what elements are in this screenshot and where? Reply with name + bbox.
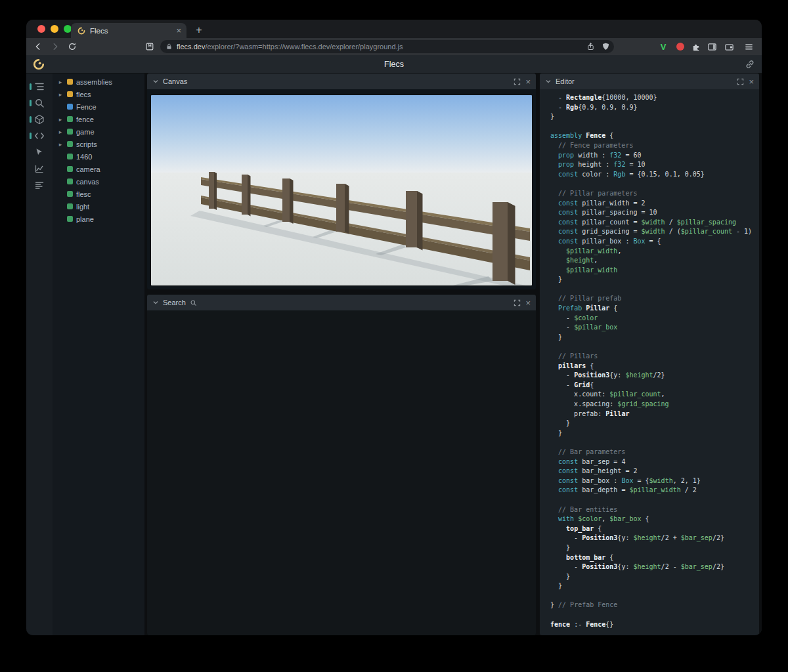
v-extension-icon[interactable]: V (657, 41, 669, 52)
link-icon[interactable] (745, 59, 755, 70)
entity-color-dot (67, 216, 73, 222)
expand-panel-icon[interactable] (512, 77, 521, 86)
minimize-window-button[interactable] (51, 25, 58, 33)
panel-title: Editor (556, 77, 575, 85)
3d-viewport[interactable] (150, 94, 533, 286)
tree-item[interactable]: ▸fence (53, 113, 144, 125)
tree-item[interactable]: plane (53, 213, 144, 225)
entity-label: scripts (76, 140, 97, 148)
main-area: ▸assemblies▸flecsFence▸fence▸game▸script… (26, 74, 762, 635)
tree-item[interactable]: ▸scripts (53, 138, 144, 150)
expand-arrow-icon[interactable]: ▸ (57, 129, 64, 135)
chevron-down-icon[interactable] (545, 78, 552, 85)
expand-arrow-icon[interactable]: ▸ (57, 116, 64, 123)
entity-color-dot (67, 116, 73, 122)
tab-close-icon[interactable]: × (176, 26, 181, 35)
side-panel-icon[interactable] (706, 41, 718, 52)
entity-label: assemblies (76, 78, 112, 86)
editor-code[interactable]: - Rectangle{10000, 10000} - Rgb{0.9, 0.9… (540, 89, 759, 629)
share-icon[interactable] (586, 42, 595, 51)
search-icon[interactable] (26, 94, 53, 111)
browser-tab[interactable]: Flecs × (71, 23, 186, 38)
chevron-down-icon[interactable] (152, 299, 159, 306)
search-results-empty (147, 310, 536, 635)
close-panel-icon[interactable]: × (525, 299, 531, 307)
tab-favicon (77, 27, 85, 35)
entity-label: Fence (76, 103, 97, 111)
address-bar[interactable]: flecs.dev/explorer/?wasm=https://www.fle… (160, 40, 614, 53)
url-domain: flecs.dev (177, 43, 205, 51)
chart-icon[interactable] (26, 160, 53, 177)
entity-color-dot (67, 141, 73, 147)
tree-item[interactable]: camera (53, 163, 144, 175)
entity-label: plane (76, 215, 94, 223)
back-button[interactable] (32, 41, 44, 52)
tab-title: Flecs (90, 27, 176, 35)
stats-rows-icon[interactable] (26, 177, 53, 193)
app-header: Flecs (26, 55, 762, 74)
tree-item[interactable]: flesc (53, 188, 144, 200)
url-text: flecs.dev/explorer/?wasm=https://www.fle… (177, 43, 403, 51)
forward-button[interactable] (49, 41, 61, 52)
panel-title: Canvas (163, 77, 187, 85)
entity-color-dot (67, 191, 73, 197)
tree-item[interactable]: ▸game (53, 125, 144, 138)
entity-label: game (76, 128, 95, 136)
search-icon (190, 299, 197, 306)
expand-panel-icon[interactable] (735, 77, 745, 86)
entity-tree-icon[interactable] (26, 78, 53, 94)
menu-icon[interactable] (743, 41, 755, 52)
page-title: Flecs (26, 55, 762, 74)
search-panel-header: Search × (147, 295, 536, 310)
chevron-down-icon[interactable] (152, 78, 159, 85)
tree-item[interactable]: ▸flecs (53, 88, 144, 100)
close-panel-icon[interactable]: × (749, 77, 754, 86)
browser-window: Flecs × + flecs.dev/explorer/?wasm=https… (26, 20, 762, 635)
tree-item[interactable]: canvas (53, 175, 144, 188)
entity-color-dot (67, 129, 73, 135)
entity-color-dot (67, 104, 73, 110)
canvas-panel: Canvas × (147, 74, 536, 289)
expand-arrow-icon[interactable]: ▸ (57, 79, 64, 85)
entity-label: light (76, 203, 89, 211)
new-tab-button[interactable]: + (192, 23, 206, 37)
close-panel-icon[interactable]: × (525, 77, 531, 86)
tab-strip: Flecs × + (26, 20, 762, 38)
icon-rail (26, 74, 53, 635)
entity-label: canvas (76, 178, 99, 186)
extensions-puzzle-icon[interactable] (690, 41, 702, 52)
entity-color-dot (67, 79, 73, 85)
code-icon[interactable] (26, 127, 53, 144)
entity-color-dot (67, 203, 73, 209)
entity-tree[interactable]: ▸assemblies▸flecsFence▸fence▸game▸script… (53, 74, 144, 635)
wallet-icon[interactable] (723, 41, 735, 52)
editor-panel: Editor × - Rectangle{10000, 10000} - Rgb… (540, 74, 759, 635)
canvas-cube-icon[interactable] (26, 111, 53, 127)
entity-color-dot (67, 91, 73, 97)
brave-shield-icon[interactable] (602, 42, 610, 51)
editor-panel-header: Editor × (540, 74, 759, 89)
traffic-lights (37, 25, 72, 33)
inspect-cursor-icon[interactable] (26, 144, 53, 160)
entity-color-dot (67, 166, 73, 172)
entity-label: fence (76, 116, 94, 123)
tree-item[interactable]: Fence (53, 100, 144, 113)
entity-label: flecs (76, 91, 91, 98)
bookmark-icon[interactable] (144, 41, 156, 52)
expand-panel-icon[interactable] (512, 298, 521, 307)
entity-label: 1460 (76, 153, 92, 161)
reload-button[interactable] (66, 41, 78, 52)
tree-item[interactable]: ▸assemblies (53, 75, 144, 88)
entity-label: camera (76, 165, 100, 173)
expand-arrow-icon[interactable]: ▸ (57, 141, 64, 148)
close-window-button[interactable] (37, 25, 45, 33)
tree-item[interactable]: 1460 (53, 150, 144, 163)
canvas-panel-header: Canvas × (147, 74, 536, 89)
url-path: /explorer/?wasm=https://www.flecs.dev/ex… (205, 43, 403, 51)
tree-item[interactable]: light (53, 200, 144, 213)
entity-color-dot (67, 154, 73, 159)
fence-render (151, 95, 533, 286)
record-extension-icon[interactable] (674, 41, 686, 52)
expand-arrow-icon[interactable]: ▸ (57, 91, 64, 98)
entity-label: flesc (76, 190, 91, 198)
